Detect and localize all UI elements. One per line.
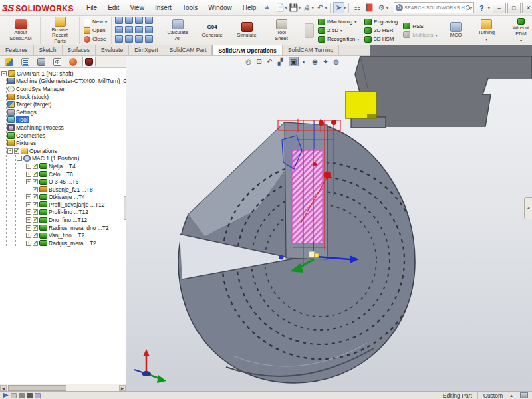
solidcam-tool-icon[interactable]	[145, 17, 153, 24]
collapse-box[interactable]	[17, 156, 22, 161]
dimxpertmanager-tab[interactable]: Φ	[51, 57, 64, 67]
op-checkbox-checked[interactable]	[33, 164, 38, 169]
undo-dropdown-arrow[interactable]: ▾	[325, 5, 327, 10]
mco-button[interactable]: MCO	[444, 21, 467, 39]
status-icon-1[interactable]	[3, 393, 9, 398]
hide-show-items-icon[interactable]: ◉	[310, 57, 320, 66]
units-dropdown-arrow[interactable]: ▲	[509, 394, 513, 398]
tree-op-9[interactable]: Radijus_mera_dno ...T2	[26, 224, 126, 232]
tree-horizontal-scrollbar[interactable]: ◀ ▶	[0, 384, 126, 391]
menu-view[interactable]: View	[125, 2, 149, 13]
new-document-icon[interactable]: 📄	[275, 2, 286, 13]
select-arrow-icon[interactable]: ➤	[333, 2, 344, 13]
tree-op-5[interactable]: Otkivanje ...T4	[26, 194, 126, 201]
turning-button[interactable]: Turning ▾	[471, 19, 501, 42]
tree-item-operations[interactable]: Operations	[7, 147, 126, 155]
wirecut-edm-button[interactable]: Wirecut EDM ▾	[505, 17, 532, 43]
solidcam-tool-icon[interactable]	[115, 17, 123, 24]
close-button[interactable]	[522, 3, 532, 13]
graphics-viewport[interactable]: ◎ ⊡ ↶ ▞ ▣ ◐ ◉ ✦ ◍ ◂	[126, 56, 532, 391]
hsr-3d-button[interactable]: 3D HSR	[363, 27, 399, 35]
tree-op-8[interactable]: Dno_fino ...T12	[26, 216, 126, 224]
tree-item-stock[interactable]: Stock (stock)	[7, 93, 126, 101]
op-checkbox-checked[interactable]	[33, 241, 38, 246]
expand-box[interactable]	[26, 233, 31, 238]
tree-op-7[interactable]: Profil-fino ...T12	[26, 209, 126, 217]
tree-item-target[interactable]: Target (target)	[7, 100, 126, 108]
menu-insert[interactable]: Insert	[150, 2, 176, 13]
help-book-icon[interactable]: 📕	[364, 2, 375, 13]
units-selector[interactable]: Custom	[483, 392, 503, 399]
solidcam-tool-icon[interactable]	[145, 26, 153, 33]
displaymanager-tab[interactable]	[66, 57, 80, 67]
op-checkbox-checked[interactable]	[33, 217, 38, 223]
collapse-box[interactable]	[1, 71, 7, 76]
status-icon-3[interactable]	[19, 393, 25, 398]
save-icon[interactable]: 💾	[288, 2, 299, 13]
open-button[interactable]: Open	[82, 27, 109, 35]
expand-box[interactable]	[26, 194, 31, 200]
configurationmanager-tab[interactable]	[35, 57, 48, 67]
op-checkbox-checked[interactable]	[33, 225, 38, 231]
tree-item-machining-process[interactable]: Machining Process	[7, 124, 126, 132]
solidcam-tool-icon[interactable]	[115, 26, 123, 33]
scrollbar-thumb[interactable]	[8, 385, 66, 391]
options-dropdown-arrow[interactable]: ▾	[386, 5, 388, 10]
op-checkbox-checked[interactable]	[33, 202, 38, 207]
display-style-icon[interactable]: ◐	[299, 57, 309, 66]
turning-dropdown-arrow[interactable]: ▾	[485, 37, 487, 41]
expand-box[interactable]	[26, 164, 31, 169]
tab-evaluate[interactable]: Evaluate	[96, 45, 129, 55]
expand-box[interactable]	[26, 217, 31, 223]
op-2-5d-dropdown-arrow[interactable]: ▾	[340, 28, 342, 33]
tree-op-1[interactable]: Njelja ...T4	[26, 162, 126, 170]
solidcam-tool-icon[interactable]	[125, 17, 133, 24]
close-part-button[interactable]: Close	[82, 35, 109, 43]
solidcam-tool-icon[interactable]	[115, 35, 123, 43]
op-checkbox-checked[interactable]	[33, 233, 38, 238]
zoom-fit-icon[interactable]: ◎	[243, 57, 253, 66]
tree-item-geometries[interactable]: Geometries	[7, 132, 126, 140]
tab-solidcam-turning[interactable]: SolidCAM Turning	[283, 45, 340, 55]
tree-op-3[interactable]: O 3-45 ...T6	[26, 178, 126, 186]
browse-recent-parts-button[interactable]: Browse Recent Parts	[43, 16, 77, 45]
engraving-button[interactable]: Engraving	[363, 18, 399, 26]
save-dropdown-arrow[interactable]: ▾	[299, 5, 301, 10]
tab-dimxpert[interactable]: DimXpert	[129, 45, 164, 55]
tab-features[interactable]: Features	[0, 45, 34, 55]
tree-item-mac1[interactable]: MAC 1 (1 Position)	[17, 155, 126, 163]
new-dropdown-arrow[interactable]: ▾	[285, 5, 287, 10]
menu-window[interactable]: Window	[203, 2, 237, 13]
hss-button[interactable]: HSS	[402, 22, 438, 30]
menu-help[interactable]: Help	[238, 2, 261, 13]
tool-sheet-button[interactable]: Tool Sheet	[264, 19, 299, 42]
new-part-dropdown-arrow[interactable]: ▾	[105, 19, 107, 24]
expand-box[interactable]	[26, 241, 31, 246]
tree-op-6[interactable]: Profil_odvajanje ...T12	[26, 201, 126, 209]
tree-item-fixtures[interactable]: Fixtures	[7, 139, 126, 147]
status-tag-icon[interactable]	[520, 392, 528, 398]
op-checkbox-checked[interactable]	[33, 194, 38, 200]
tab-solidcam-operations[interactable]: SolidCAM Operations	[212, 45, 282, 55]
tree-item-tool[interactable]: Tool	[7, 116, 126, 124]
status-icon-2[interactable]	[11, 393, 17, 398]
maximize-button[interactable]	[507, 3, 521, 13]
expand-box[interactable]	[26, 209, 31, 215]
new-part-button[interactable]: New ▾	[82, 18, 109, 26]
generate-button[interactable]: G04 Generate	[195, 21, 229, 39]
hsm-3d-button[interactable]: 3D HSM	[363, 35, 399, 43]
op-checkbox-checked[interactable]	[33, 187, 38, 192]
menu-tools[interactable]: Tools	[178, 2, 202, 13]
tree-op-4[interactable]: Busenje_f21 ...T8	[26, 186, 126, 194]
operations-checkbox-checked[interactable]	[14, 148, 19, 154]
expand-box[interactable]	[26, 202, 31, 207]
tree-item-coordsys-manager[interactable]: CoordSys Manager	[7, 85, 126, 93]
calculate-all-button[interactable]: Calculate All	[160, 19, 195, 42]
menu-edit[interactable]: Edit	[103, 2, 124, 13]
tree-op-10[interactable]: Vanj_fino ...T2	[26, 231, 126, 239]
previous-view-icon[interactable]: ↶	[265, 57, 275, 66]
wirecut-dropdown-arrow[interactable]: ▾	[520, 38, 522, 43]
status-icon-5[interactable]	[35, 393, 41, 398]
magnifier-icon[interactable]	[465, 5, 471, 11]
collapse-box[interactable]	[7, 148, 13, 154]
